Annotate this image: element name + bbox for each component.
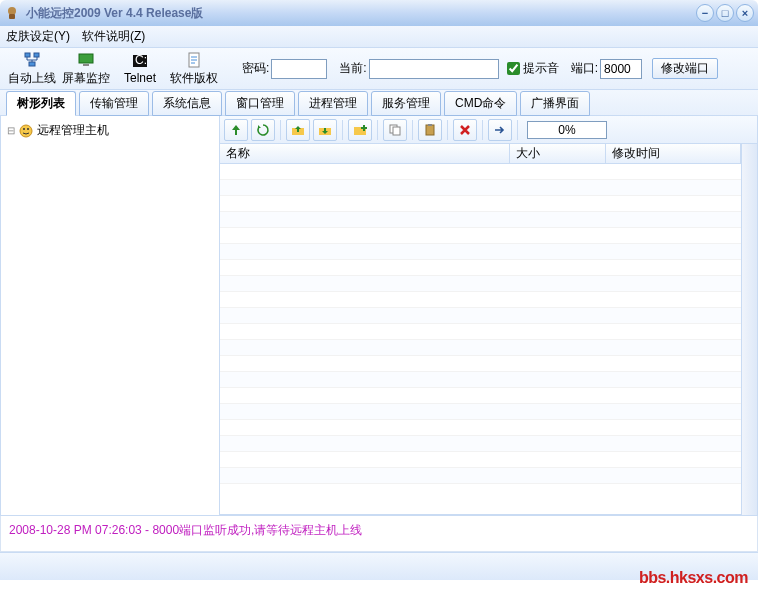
file-toolbar: 0% [220, 116, 757, 144]
run-button[interactable] [488, 119, 512, 141]
tab-service[interactable]: 服务管理 [371, 91, 441, 116]
smiley-icon [19, 124, 33, 138]
sound-checkbox[interactable] [507, 62, 520, 75]
maximize-button[interactable]: □ [716, 4, 734, 22]
tree-root-node[interactable]: ⊟ 远程管理主机 [7, 122, 213, 139]
list-header: 名称 大小 修改时间 [220, 144, 741, 164]
list-row[interactable] [220, 180, 741, 196]
port-input[interactable] [600, 59, 642, 79]
app-icon [4, 5, 20, 21]
main-toolbar: 自动上线 屏幕监控 C:\ Telnet 软件版权 密码: 当前: 提示音 端口… [0, 48, 758, 90]
tab-transfer[interactable]: 传输管理 [79, 91, 149, 116]
col-mtime[interactable]: 修改时间 [606, 144, 741, 163]
list-row[interactable] [220, 308, 741, 324]
list-row[interactable] [220, 228, 741, 244]
paste-button[interactable] [418, 119, 442, 141]
tab-bar: 树形列表 传输管理 系统信息 窗口管理 进程管理 服务管理 CMD命令 广播界面 [0, 90, 758, 116]
folder-down-icon [317, 122, 333, 138]
tab-cmd[interactable]: CMD命令 [444, 91, 517, 116]
menu-skin[interactable]: 皮肤设定(Y) [6, 28, 70, 45]
list-row[interactable] [220, 420, 741, 436]
svg-rect-6 [83, 64, 89, 66]
refresh-button[interactable] [251, 119, 275, 141]
up-button[interactable] [224, 119, 248, 141]
svg-rect-2 [25, 53, 30, 57]
password-label: 密码: [242, 60, 269, 77]
list-row[interactable] [220, 324, 741, 340]
main-area: ⊟ 远程管理主机 0% 名称 [0, 116, 758, 516]
tree-panel: ⊟ 远程管理主机 [0, 116, 220, 516]
list-row[interactable] [220, 292, 741, 308]
svg-rect-4 [29, 62, 35, 66]
upload-button[interactable] [286, 119, 310, 141]
tree-root-label: 远程管理主机 [37, 122, 109, 139]
tab-tree[interactable]: 树形列表 [6, 91, 76, 116]
col-name[interactable]: 名称 [220, 144, 510, 163]
col-size[interactable]: 大小 [510, 144, 606, 163]
svg-point-10 [20, 125, 32, 137]
list-row[interactable] [220, 196, 741, 212]
delete-button[interactable] [453, 119, 477, 141]
tab-process[interactable]: 进程管理 [298, 91, 368, 116]
scrollbar[interactable] [741, 144, 757, 515]
list-row[interactable] [220, 404, 741, 420]
file-panel: 0% 名称 大小 修改时间 [220, 116, 758, 516]
svg-rect-1 [9, 14, 15, 19]
password-input[interactable] [271, 59, 327, 79]
screen-monitor-button[interactable]: 屏幕监控 [60, 50, 112, 88]
monitor-icon [77, 51, 95, 69]
svg-rect-19 [428, 124, 432, 126]
copy-button[interactable] [383, 119, 407, 141]
list-row[interactable] [220, 452, 741, 468]
window-title: 小能远控2009 Ver 4.4 Release版 [26, 5, 696, 22]
list-row[interactable] [220, 164, 741, 180]
tree-expander-icon[interactable]: ⊟ [7, 125, 15, 136]
close-button[interactable]: × [736, 4, 754, 22]
delete-icon [457, 122, 473, 138]
tab-sysinfo[interactable]: 系统信息 [152, 91, 222, 116]
terminal-icon: C:\ [131, 52, 149, 70]
auto-online-button[interactable]: 自动上线 [6, 50, 58, 88]
list-row[interactable] [220, 372, 741, 388]
svg-point-12 [27, 128, 29, 130]
svg-rect-5 [79, 54, 93, 63]
arrow-right-icon [492, 122, 508, 138]
list-row[interactable] [220, 388, 741, 404]
new-folder-button[interactable] [348, 119, 372, 141]
tab-broadcast[interactable]: 广播界面 [520, 91, 590, 116]
tab-window[interactable]: 窗口管理 [225, 91, 295, 116]
change-port-button[interactable]: 修改端口 [652, 58, 718, 79]
title-bar: 小能远控2009 Ver 4.4 Release版 − □ × [0, 0, 758, 26]
list-row[interactable] [220, 244, 741, 260]
current-input[interactable] [369, 59, 499, 79]
screen-monitor-label: 屏幕监控 [62, 70, 110, 87]
menu-about[interactable]: 软件说明(Z) [82, 28, 145, 45]
download-button[interactable] [313, 119, 337, 141]
list-row[interactable] [220, 436, 741, 452]
port-label: 端口: [571, 60, 598, 77]
telnet-button[interactable]: C:\ Telnet [114, 50, 166, 88]
minimize-button[interactable]: − [696, 4, 714, 22]
document-icon [185, 51, 203, 69]
arrow-up-icon [228, 122, 244, 138]
svg-rect-18 [426, 125, 434, 135]
paste-icon [422, 122, 438, 138]
list-row[interactable] [220, 468, 741, 484]
sound-label: 提示音 [523, 60, 559, 77]
file-list[interactable]: 名称 大小 修改时间 [220, 144, 741, 515]
menu-bar: 皮肤设定(Y) 软件说明(Z) [0, 26, 758, 48]
list-row[interactable] [220, 276, 741, 292]
list-row[interactable] [220, 212, 741, 228]
svg-point-11 [23, 128, 25, 130]
list-row[interactable] [220, 356, 741, 372]
svg-text:C:\: C:\ [135, 53, 149, 67]
auto-online-label: 自动上线 [8, 70, 56, 87]
list-row[interactable] [220, 260, 741, 276]
sound-checkbox-wrapper[interactable]: 提示音 [507, 60, 559, 77]
folder-up-icon [290, 122, 306, 138]
refresh-icon [255, 122, 271, 138]
list-row[interactable] [220, 340, 741, 356]
progress-bar: 0% [527, 121, 607, 139]
copyright-button[interactable]: 软件版权 [168, 50, 220, 88]
window-controls: − □ × [696, 4, 754, 22]
